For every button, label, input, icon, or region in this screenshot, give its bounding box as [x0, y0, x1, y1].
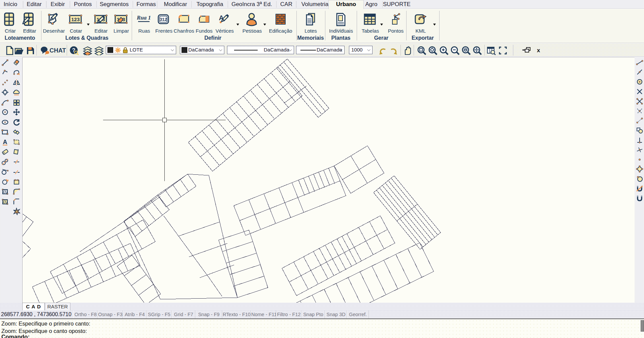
svg-text:A: A — [3, 139, 7, 145]
svg-text:123: 123 — [71, 16, 79, 22]
svg-text:312: 312 — [160, 17, 167, 22]
svg-text:Rua 1: Rua 1 — [137, 14, 151, 21]
